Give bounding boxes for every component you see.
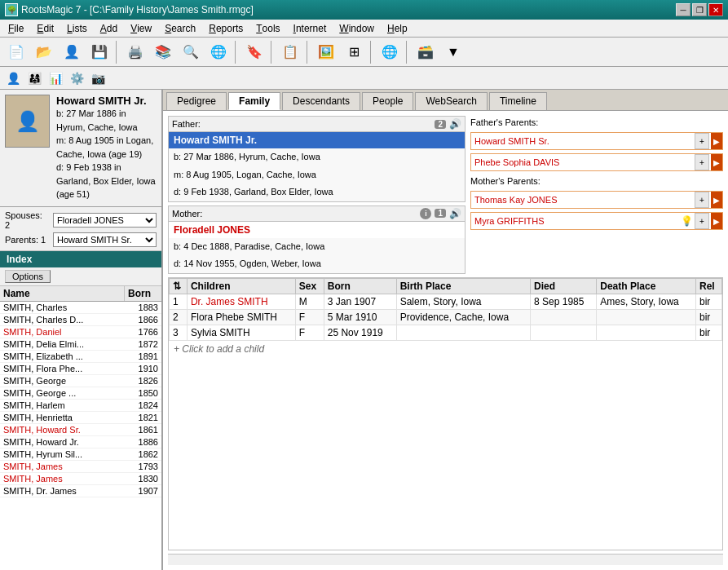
child-num: 3 [170,325,188,340]
sound-icon-mother[interactable]: 🔊 [449,208,461,219]
index-cell-born: 1821 [125,412,161,423]
table-row[interactable]: 2 Flora Phebe SMITH F 5 Mar 1910 Provide… [170,309,722,325]
father-selected-name[interactable]: Howard SMITH Jr. [169,132,465,148]
tab-timeline[interactable]: Timeline [489,92,547,110]
index-row[interactable]: SMITH, James 1830 [0,473,161,485]
tb-new[interactable]: 📄 [3,40,29,64]
tb2-camera[interactable]: 📷 [88,69,108,87]
index-row[interactable]: SMITH, Hyrum Sil... 1862 [0,448,161,461]
index-row[interactable]: SMITH, Charles D... 1866 [0,314,161,326]
tb-search[interactable]: 🔍 [178,40,204,64]
index-list[interactable]: SMITH, Charles 1883 SMITH, Charles D... … [0,302,161,571]
close-button[interactable]: ✕ [708,3,723,16]
tab-people[interactable]: People [362,92,413,110]
tb2-chart[interactable]: 📊 [46,69,65,87]
index-cell-born: 1910 [125,363,161,374]
menu-add[interactable]: Add [94,20,124,37]
menu-window[interactable]: Window [333,20,381,37]
index-row[interactable]: SMITH, James 1793 [0,461,161,473]
index-row[interactable]: SMITH, Dr. James 1907 [0,485,161,497]
col-sort[interactable]: ⇅ [170,278,188,294]
sep6 [406,41,409,64]
menu-file[interactable]: File [2,20,30,37]
menu-search[interactable]: Search [158,20,202,37]
gp-fm-add-btn[interactable]: + [695,192,709,208]
tab-websearch[interactable]: WebSearch [415,92,487,110]
index-cell-born: 1850 [125,387,161,399]
tb-book[interactable]: 📚 [150,40,176,64]
tb-print[interactable]: 🖨️ [122,40,148,64]
options-button[interactable]: Options [5,270,51,283]
gp-fm-arrow[interactable]: ▶ [711,192,722,208]
gp-father-paternal[interactable]: Howard SMITH Sr. + ▶ [470,132,723,150]
index-row[interactable]: SMITH, George 1826 [0,375,161,387]
father-badge: 2 [435,120,446,129]
children-table: ⇅ Children Sex Born Birth Place Died Dea… [169,278,722,341]
add-child-row[interactable]: + Click to add a child [169,341,722,357]
tb-person[interactable]: 👤 [59,40,85,64]
tb2-person[interactable]: 👤 [3,69,23,87]
index-row[interactable]: SMITH, George ... 1850 [0,387,161,400]
child-sex: F [295,325,324,340]
tb-cert[interactable]: 📋 [277,40,303,64]
restore-button[interactable]: ❐ [692,3,707,16]
gp-mp-arrow[interactable]: ▶ [711,154,722,170]
menu-view[interactable]: View [124,20,158,37]
parents-dropdown[interactable]: Howard SMITH Sr. [53,232,157,247]
mother-name[interactable]: Floradell JONES [169,222,465,238]
tb-down[interactable]: ▼ [440,40,466,64]
horizontal-scrollbar[interactable] [168,554,723,565]
sound-icon-father[interactable]: 🔊 [449,118,461,130]
gp-mother-maternal-name: Myra GRIFFITHS [471,214,679,228]
gp-mother-paternal[interactable]: Phebe Sophia DAVIS + ▶ [470,153,723,171]
gp-father-maternal[interactable]: Thomas Kay JONES + ▶ [470,191,723,209]
child-name[interactable]: Dr. James SMITH [187,294,295,309]
menu-internet[interactable]: Internet [287,20,333,37]
tb-media[interactable]: 🖼️ [313,40,339,64]
tab-family[interactable]: Family [228,92,280,110]
tb-open[interactable]: 📂 [31,40,57,64]
tab-descendants[interactable]: Descendants [282,92,360,110]
index-row[interactable]: SMITH, Flora Phe... 1910 [0,363,161,375]
index-cell-born: 1793 [125,461,161,472]
index-row[interactable]: SMITH, Harlem 1824 [0,400,161,412]
index-row[interactable]: SMITH, Howard Jr. 1886 [0,436,161,448]
gp-mp-add-btn[interactable]: + [695,154,709,170]
mother-birth: b: 4 Dec 1888, Paradise, Cache, Iowa [169,238,465,256]
index-row[interactable]: SMITH, Henrietta 1821 [0,412,161,424]
tb2-settings[interactable]: ⚙️ [67,69,86,87]
gp-fp-add-btn[interactable]: + [695,133,709,149]
minimize-button[interactable]: ─ [676,3,690,16]
menu-reports[interactable]: Reports [202,20,249,37]
index-row[interactable]: SMITH, Charles 1883 [0,302,161,314]
gp-father-maternal-name: Thomas Kay JONES [471,193,693,206]
index-row[interactable]: SMITH, Howard Sr. 1861 [0,424,161,436]
tb-web[interactable]: 🌐 [205,40,232,64]
menu-help[interactable]: Help [381,20,414,37]
table-row[interactable]: 3 Sylvia SMITH F 25 Nov 1919 bir [170,325,722,340]
table-row[interactable]: 1 Dr. James SMITH M 3 Jan 1907 Salem, St… [170,294,722,309]
child-name[interactable]: Flora Phebe SMITH [187,309,295,325]
index-row[interactable]: SMITH, Elizabeth ... 1891 [0,351,161,363]
spouses-dropdown[interactable]: Floradell JONES [53,213,157,228]
tb-database[interactable]: 🗃️ [413,40,439,64]
menu-lists[interactable]: Lists [60,20,94,37]
index-row[interactable]: SMITH, Daniel 1766 [0,326,161,338]
gp-fp-arrow[interactable]: ▶ [711,133,722,149]
tb2-family[interactable]: 👨‍👩‍👧 [24,69,44,87]
gp-mm-arrow[interactable]: ▶ [711,213,722,229]
child-name[interactable]: Sylvia SMITH [187,325,295,340]
index-toolbar: Options [0,267,161,286]
menu-tools[interactable]: Tools [249,20,286,37]
gp-mother-maternal[interactable]: Myra GRIFFITHS 💡 + ▶ [470,212,723,230]
gp-mm-add-btn[interactable]: + [695,213,709,229]
menu-edit[interactable]: Edit [30,20,60,37]
tb-sign[interactable]: 🔖 [241,40,267,64]
spouses-label: Spouses: 2 [5,210,50,230]
tab-pedigree[interactable]: Pedigree [166,92,227,110]
tb-layout[interactable]: ⊞ [341,40,367,64]
tb-network[interactable]: 🌐 [377,40,403,64]
index-row[interactable]: SMITH, Delia Elmi... 1872 [0,338,161,351]
tb-save[interactable]: 💾 [86,40,113,64]
index-header: Index [0,251,161,267]
